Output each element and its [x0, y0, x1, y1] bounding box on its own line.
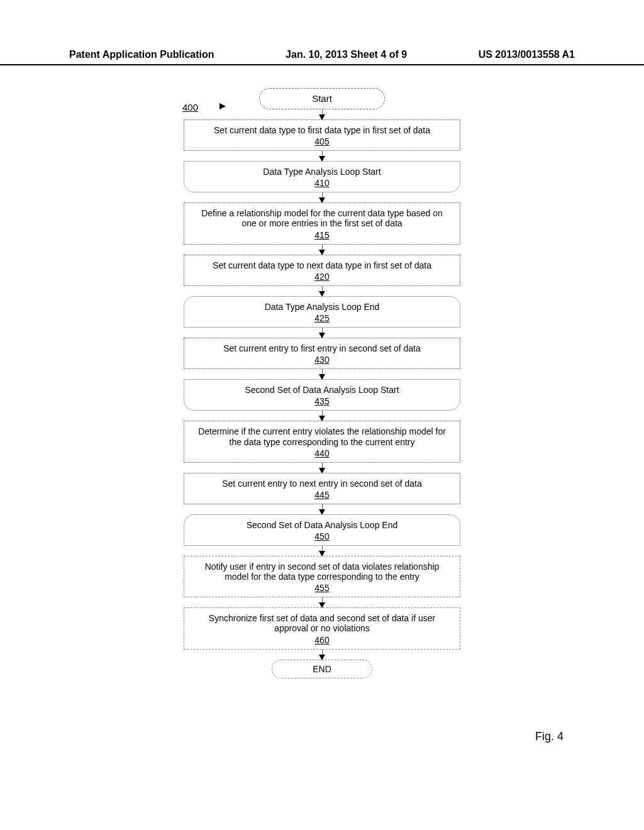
flow-step-410: Data Type Analysis Loop Start410	[184, 161, 460, 192]
step-ref-number: 410	[314, 178, 329, 188]
flow-arrow	[322, 650, 323, 660]
page: Patent Application Publication Jan. 10, …	[0, 0, 644, 830]
flow-step-440: Determine if the current entry violates …	[184, 421, 460, 462]
step-ref-number: 430	[314, 355, 329, 365]
flow-step-415: Define a relationship model for the curr…	[184, 202, 460, 244]
flow-step-450: Second Set of Data Analysis Loop End450	[184, 514, 460, 546]
header-center: Jan. 10, 2013 Sheet 4 of 9	[286, 49, 407, 60]
flow-step-460: Synchronize first set of data and second…	[184, 607, 460, 649]
flowchart: Start Set current data type to first dat…	[0, 88, 644, 678]
step-text: Synchronize first set of data and second…	[193, 613, 451, 633]
flow-step-430: Set current entry to first entry in seco…	[184, 338, 460, 369]
step-ref-number: 450	[314, 531, 329, 541]
step-text: Set current entry to first entry in seco…	[223, 343, 421, 353]
step-text: Data Type Analysis Loop End	[265, 302, 380, 312]
flow-step-420: Set current data type to next data type …	[184, 255, 460, 286]
step-ref-number: 460	[314, 635, 329, 645]
figure-label: Fig. 4	[535, 730, 564, 743]
flow-arrow	[322, 504, 323, 514]
flow-arrow	[322, 151, 323, 161]
terminator-end: END	[272, 660, 372, 678]
terminator-label: END	[313, 664, 331, 674]
flow-arrow	[322, 411, 323, 421]
step-ref-number: 435	[314, 396, 329, 406]
step-ref-number: 425	[314, 313, 329, 323]
flow-arrow	[322, 245, 323, 255]
flow-arrow	[322, 328, 323, 338]
flow-arrow	[322, 109, 323, 119]
step-text: Determine if the current entry violates …	[193, 426, 451, 446]
header-right: US 2013/0013558 A1	[479, 49, 575, 60]
step-ref-number: 415	[314, 230, 329, 240]
flow-arrow	[322, 369, 323, 379]
step-text: Define a relationship model for the curr…	[193, 208, 451, 228]
flow-step-445: Set current entry to next entry in secon…	[184, 473, 460, 504]
step-ref-number: 405	[314, 136, 329, 147]
flow-arrow	[322, 597, 323, 607]
step-ref-number: 445	[314, 490, 329, 500]
step-text: Notify user if entry in second set of da…	[193, 562, 451, 582]
flow-step-425: Data Type Analysis Loop End425	[184, 296, 460, 328]
header-left: Patent Application Publication	[69, 49, 214, 60]
flow-step-405: Set current data type to first data type…	[184, 119, 460, 151]
flow-arrow	[322, 192, 323, 202]
step-ref-number: 455	[314, 583, 329, 593]
flow-step-455: Notify user if entry in second set of da…	[184, 556, 460, 597]
step-ref-number: 420	[314, 272, 329, 282]
flow-arrow	[322, 546, 323, 556]
step-text: Set current data type to first data type…	[214, 125, 430, 135]
flow-arrow	[322, 463, 323, 473]
step-text: Second Set of Data Analysis Loop Start	[245, 385, 399, 395]
terminator-start: Start	[259, 88, 385, 109]
step-text: Set current data type to next data type …	[213, 260, 431, 270]
terminator-label: Start	[312, 93, 332, 104]
step-ref-number: 440	[314, 448, 329, 458]
step-text: Second Set of Data Analysis Loop End	[247, 520, 398, 530]
flow-step-435: Second Set of Data Analysis Loop Start43…	[184, 379, 460, 411]
flow-arrow	[322, 286, 323, 296]
step-text: Data Type Analysis Loop Start	[263, 167, 380, 177]
page-header: Patent Application Publication Jan. 10, …	[0, 49, 644, 65]
step-text: Set current entry to next entry in secon…	[222, 479, 422, 489]
